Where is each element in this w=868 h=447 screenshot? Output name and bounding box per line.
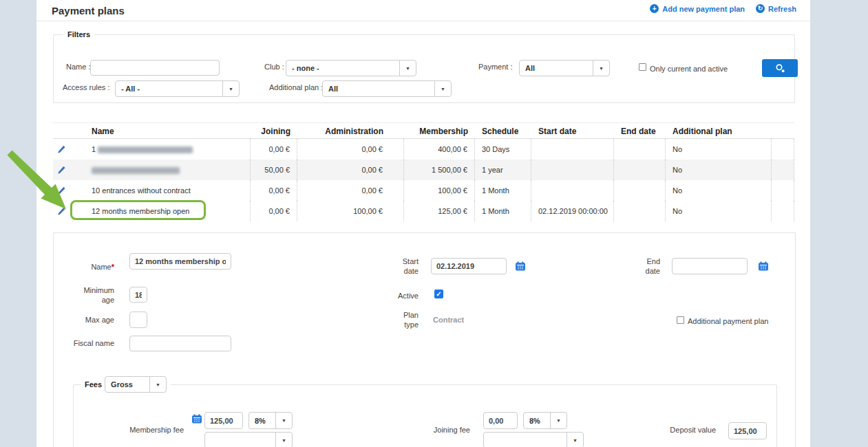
- membership-cell: 1 500,00 €: [404, 160, 475, 180]
- additional-plan-filter-dropdown[interactable]: All ▼: [322, 80, 452, 97]
- administration-cell: 0,00 €: [297, 180, 404, 201]
- joining-fee-label: Joining fee: [377, 425, 470, 435]
- payment-plans-table: Name Joining Administration Membership S…: [53, 122, 794, 221]
- joining-plan-dropdown[interactable]: ▼: [483, 432, 584, 447]
- table-row[interactable]: 10 entrances without contract 0,00 € 0,0…: [53, 180, 794, 201]
- administration-cell: 100,00 €: [297, 201, 404, 221]
- chevron-down-icon: ▼: [399, 61, 416, 76]
- start-date-cell: 02.12.2019 00:00:00: [531, 201, 614, 221]
- search-button[interactable]: [762, 59, 798, 77]
- joining-vat-dropdown[interactable]: 8% ▼: [523, 412, 567, 429]
- joining-cell: 0,00 €: [251, 180, 297, 201]
- name-field-label: Name*: [72, 262, 114, 272]
- payment-filter-dropdown[interactable]: All ▼: [519, 60, 610, 76]
- pencil-icon: [57, 186, 65, 195]
- joining-fee-input[interactable]: [483, 412, 518, 429]
- calendar-icon[interactable]: [192, 414, 202, 426]
- edit-button[interactable]: [53, 180, 69, 201]
- name-filter-input[interactable]: [90, 60, 220, 76]
- access-rules-filter-label: Access rules :: [63, 83, 109, 91]
- chevron-down-icon: ▼: [550, 413, 567, 428]
- edit-button[interactable]: [53, 139, 69, 160]
- plan-name-cell: [69, 160, 251, 180]
- deposit-value-label: Deposit value: [617, 425, 716, 435]
- membership-fee-input[interactable]: [204, 412, 243, 429]
- deposit-value-input[interactable]: [728, 422, 767, 439]
- plan-name-cell: 1: [69, 139, 251, 160]
- table-header-row: Name Joining Administration Membership S…: [53, 122, 794, 139]
- chevron-down-icon: ▼: [567, 433, 583, 447]
- club-filter-value: - none -: [286, 64, 399, 72]
- page-header: Payment plans + Add new payment plan ↻ R…: [36, 0, 810, 21]
- membership-cell: 100,00 €: [404, 180, 475, 201]
- calendar-icon[interactable]: [759, 261, 768, 274]
- membership-vat-value: 8%: [249, 417, 275, 425]
- calendar-icon[interactable]: [516, 261, 525, 274]
- club-filter-dropdown[interactable]: - none - ▼: [286, 60, 416, 76]
- start-date-cell: [531, 180, 614, 201]
- required-asterisk: *: [112, 263, 114, 271]
- membership-vat-dropdown[interactable]: 8% ▼: [248, 412, 293, 429]
- col-header-additional-plan: Additional plan: [666, 123, 772, 138]
- additional-payment-plan-checkbox[interactable]: [677, 316, 684, 324]
- filters-legend: Filters: [63, 30, 94, 39]
- edit-button[interactable]: [53, 160, 69, 180]
- add-new-payment-plan-link[interactable]: + Add new payment plan: [650, 4, 745, 13]
- minimum-age-input[interactable]: [129, 287, 147, 303]
- only-current-active-label: Only current and active: [650, 65, 728, 73]
- redacted-name: [98, 146, 193, 153]
- pencil-icon: [57, 144, 65, 154]
- additional-payment-plan-label: Additional payment plan: [688, 317, 768, 325]
- edit-column-header: [53, 123, 69, 138]
- chevron-down-icon: ▼: [222, 81, 239, 96]
- joining-vat-value: 8%: [524, 417, 550, 425]
- membership-plan-dropdown[interactable]: ▼: [204, 432, 293, 447]
- additional-plan-cell: No: [666, 139, 772, 160]
- plan-name-input[interactable]: [129, 253, 231, 270]
- edit-button[interactable]: [53, 201, 69, 221]
- fees-legend: Fees Gross ▼: [81, 376, 171, 393]
- plan-name-cell: 12 months membership open: [69, 201, 251, 221]
- fiscal-name-input[interactable]: [129, 336, 231, 351]
- additional-plan-filter-label: Additional plan :: [269, 83, 323, 91]
- joining-cell: 0,00 €: [251, 139, 297, 160]
- table-row[interactable]: 1 0,00 € 0,00 € 400,00 € 30 Days No: [53, 139, 794, 160]
- plan-detail-panel: Name* Minimum age Max age Fiscal name St…: [53, 232, 796, 447]
- club-filter-label: Club :: [264, 63, 284, 71]
- end-date-input[interactable]: [672, 258, 748, 274]
- max-age-label: Max age: [72, 315, 114, 325]
- additional-plan-cell: No: [666, 201, 772, 221]
- col-header-membership: Membership: [404, 123, 475, 138]
- name-filter-label: Name :: [66, 63, 90, 71]
- access-rules-filter-value: - All -: [116, 85, 222, 93]
- joining-cell: 0,00 €: [251, 201, 297, 221]
- fees-fieldset: Fees Gross ▼ Membership fee 8% ▼ ▼ Joini…: [73, 376, 777, 447]
- end-date-cell: [614, 139, 666, 160]
- pencil-icon: [57, 165, 65, 175]
- chevron-down-icon: ▼: [149, 377, 166, 392]
- start-date-label: Start date: [391, 257, 419, 276]
- col-header-joining: Joining: [251, 123, 297, 138]
- start-date-input[interactable]: [431, 258, 507, 274]
- chevron-down-icon: ▼: [275, 433, 292, 447]
- plan-type-label: Plan type: [391, 310, 419, 329]
- membership-cell: 125,00 €: [404, 201, 475, 221]
- start-date-cell: [531, 160, 614, 180]
- active-checkbox[interactable]: ✓: [434, 290, 443, 298]
- refresh-link[interactable]: ↻ Refresh: [756, 4, 796, 13]
- chevron-down-icon: ▼: [593, 61, 609, 76]
- only-current-active-checkbox[interactable]: [639, 63, 646, 71]
- access-rules-filter-dropdown[interactable]: - All - ▼: [115, 80, 240, 97]
- table-row[interactable]: 50,00 € 0,00 € 1 500,00 € 1 year No: [53, 160, 794, 180]
- end-date-cell: [614, 180, 666, 201]
- col-header-end-date: End date: [614, 123, 666, 138]
- col-header-administration: Administration: [297, 123, 404, 138]
- minimum-age-label: Minimum age: [72, 285, 114, 305]
- add-new-payment-plan-label: Add new payment plan: [662, 5, 745, 13]
- max-age-input[interactable]: [129, 312, 147, 328]
- start-date-cell: [531, 139, 614, 160]
- col-header-start-date: Start date: [531, 123, 614, 138]
- fees-mode-dropdown[interactable]: Gross ▼: [105, 376, 167, 393]
- schedule-cell: 1 Month: [475, 180, 531, 201]
- table-row-selected[interactable]: 12 months membership open 0,00 € 100,00 …: [53, 201, 794, 221]
